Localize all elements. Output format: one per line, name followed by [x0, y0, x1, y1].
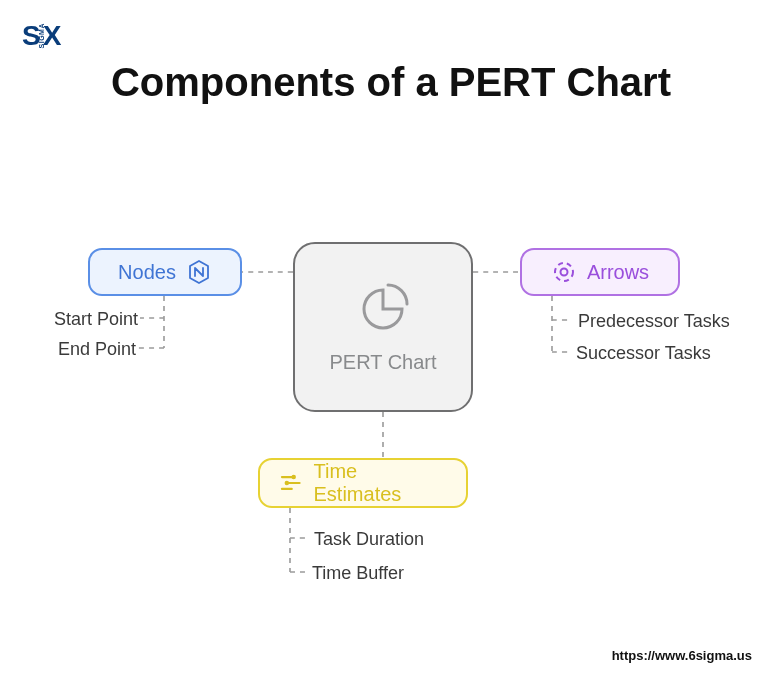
branch-arrows: Arrows: [520, 248, 680, 296]
logo-sigma-vertical: SIGMA: [38, 23, 45, 48]
center-node-pert-chart: PERT Chart: [293, 242, 473, 412]
svg-point-6: [286, 482, 288, 484]
logo: S SIGMA X: [22, 20, 60, 52]
timeline-bars-icon: [278, 470, 304, 496]
branch-nodes: Nodes: [88, 248, 242, 296]
pie-chart-icon: [355, 281, 411, 337]
branch-time-label: Time Estimates: [314, 460, 448, 506]
svg-point-1: [560, 269, 567, 276]
sub-item-end-point: End Point: [52, 339, 136, 360]
page-title: Components of a PERT Chart: [0, 60, 782, 105]
center-node-label: PERT Chart: [329, 351, 436, 374]
svg-point-0: [555, 263, 573, 281]
sub-item-task-duration: Task Duration: [314, 529, 424, 550]
branch-nodes-label: Nodes: [118, 261, 176, 284]
footer-url: https://www.6sigma.us: [612, 648, 752, 663]
branch-time-estimates: Time Estimates: [258, 458, 468, 508]
branch-arrows-label: Arrows: [587, 261, 649, 284]
sub-item-successor-tasks: Successor Tasks: [576, 343, 711, 364]
sub-item-time-buffer: Time Buffer: [312, 563, 404, 584]
diagram-canvas: PERT Chart Nodes Start Point End Point A…: [0, 170, 782, 600]
logo-letter-x: X: [43, 20, 61, 52]
sub-item-start-point: Start Point: [44, 309, 138, 330]
nodejs-hex-icon: [186, 259, 212, 285]
target-circle-icon: [551, 259, 577, 285]
svg-point-5: [293, 476, 295, 478]
sub-item-predecessor-tasks: Predecessor Tasks: [578, 311, 730, 332]
